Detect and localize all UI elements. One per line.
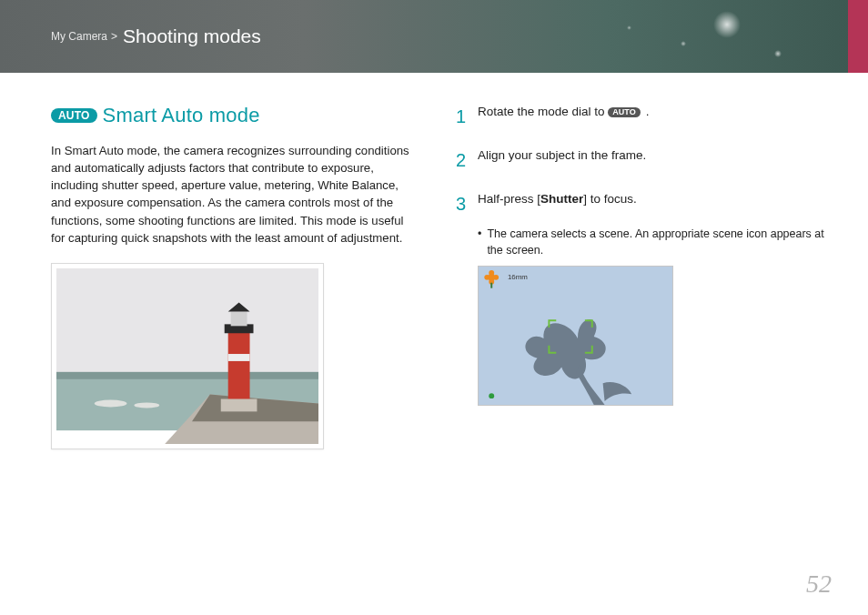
accent-bar [848, 0, 868, 73]
svg-rect-2 [56, 372, 318, 379]
step-2: 2 Align your subject in the frame. [456, 147, 824, 173]
breadcrumb-root: My Camera [51, 30, 107, 43]
auto-badge-icon: AUTO [608, 107, 640, 117]
breadcrumb-separator: > [111, 30, 117, 43]
sparkle-decoration [681, 41, 686, 46]
sparkle-decoration [774, 50, 782, 57]
step-number-3: 3 [456, 191, 478, 217]
step-1: 1 Rotate the mode dial to AUTO. [456, 104, 824, 129]
page-header: My Camera > Shooting modes [0, 0, 868, 73]
svg-rect-10 [231, 311, 247, 326]
step-number-1: 1 [456, 104, 478, 129]
step-1-text-pre: Rotate the mode dial to [478, 105, 608, 118]
svg-point-15 [493, 275, 499, 280]
svg-rect-8 [228, 354, 250, 361]
svg-point-6 [134, 402, 159, 408]
example-photo [56, 268, 318, 444]
focal-length-readout: 16mm [508, 273, 528, 281]
section-heading: AUTO Smart Auto mode [51, 104, 419, 127]
svg-point-5 [95, 399, 127, 407]
section-body: In Smart Auto mode, the camera recognize… [51, 142, 419, 247]
sparkle-decoration [627, 25, 631, 30]
step-number-2: 2 [456, 147, 478, 173]
svg-rect-0 [56, 268, 318, 386]
step-3-sub-bullet: • The camera selects a scene. An appropr… [478, 226, 824, 258]
sparkle-decoration [713, 11, 741, 38]
svg-rect-7 [228, 331, 250, 401]
auto-badge-icon: AUTO [51, 108, 97, 123]
page-number: 52 [806, 570, 832, 599]
step-3: 3 Half-press [Shutter] to focus. [456, 191, 824, 217]
svg-point-14 [489, 270, 494, 276]
step-3-text-post: ] to focus. [583, 192, 637, 206]
left-column: AUTO Smart Auto mode In Smart Auto mode,… [51, 104, 419, 449]
svg-point-16 [484, 275, 490, 280]
step-3-sub-text: The camera selects a scene. An appropria… [487, 226, 824, 258]
bullet-dot-icon: • [478, 226, 481, 258]
section-title: Smart Auto mode [103, 104, 260, 127]
scene-preview: 16mm [478, 266, 673, 406]
breadcrumb-page-title: Shooting modes [123, 25, 261, 47]
svg-point-18 [489, 393, 494, 398]
step-3-text-pre: Half-press [ [478, 192, 540, 206]
right-column: 1 Rotate the mode dial to AUTO. 2 Align … [456, 104, 824, 449]
example-photo-frame [51, 263, 324, 449]
svg-rect-12 [221, 398, 257, 411]
step-2-text: Align your subject in the frame. [478, 147, 646, 173]
step-1-text-post: . [646, 105, 650, 118]
shutter-label: Shutter [540, 192, 583, 206]
